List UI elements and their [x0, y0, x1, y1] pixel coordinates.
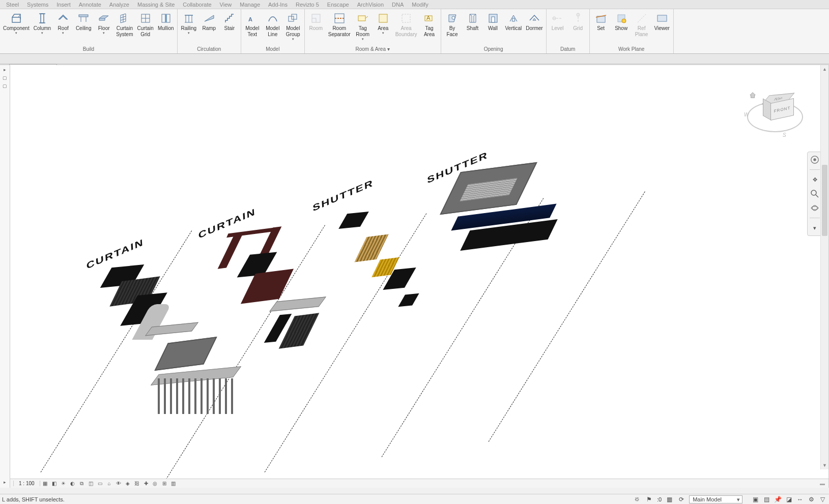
drag-elements-icon[interactable]: ↔	[795, 495, 805, 503]
curtain-system-button[interactable]: Curtain System	[114, 11, 135, 39]
menu-enscape[interactable]: Enscape	[323, 2, 353, 8]
detail-level-icon[interactable]: ▦	[41, 480, 49, 487]
menu-analyze[interactable]: Analyze	[105, 2, 133, 8]
3d-canvas[interactable]: CURTAIN CURTAIN SHUTTER SHUTTER	[10, 65, 828, 479]
svg-rect-1	[41, 14, 44, 23]
ceiling-button[interactable]: Ceiling	[73, 11, 94, 33]
highlight-disp-icon[interactable]: ◎	[151, 480, 159, 487]
vertical-scrollbar[interactable]: ▲ ▼	[820, 65, 828, 469]
workspace: ▸ ▢ ▢ ▸ CURTAIN CURTAIN SHUTTER SHUTTER	[0, 65, 829, 488]
column-icon	[36, 12, 48, 24]
analytical-icon[interactable]: ✚	[142, 480, 150, 487]
viewcube-cube[interactable]: TOP FRONT	[761, 93, 792, 123]
workset-icon[interactable]: ⛭	[633, 495, 642, 503]
menu-addins[interactable]: Add-Ins	[264, 2, 292, 8]
menu-manage[interactable]: Manage	[236, 2, 264, 8]
filter-icon[interactable]: ▽	[818, 495, 827, 503]
model-updates-icon[interactable]: ⟳	[677, 495, 686, 503]
ref-plane-icon	[636, 12, 648, 24]
model-text-button[interactable]: AModel Text	[242, 11, 263, 39]
menu-modify[interactable]: Modify	[408, 2, 432, 8]
zoom-icon[interactable]	[809, 188, 820, 199]
view-resize-grip[interactable]: ▬	[820, 481, 825, 486]
panel-handle-icon[interactable]: ▢	[3, 75, 7, 80]
set-button[interactable]: Set	[591, 11, 611, 33]
navbar-expand-icon[interactable]: ▾	[809, 222, 820, 233]
select-pinned-icon[interactable]: 📌	[773, 495, 782, 503]
model-group-button[interactable]: Model Group	[283, 11, 303, 42]
show-crop-icon[interactable]: ▭	[96, 480, 104, 487]
view-cube[interactable]: TOP FRONT W S	[747, 85, 808, 141]
select-underlay-icon[interactable]: ▤	[762, 495, 771, 503]
menu-dna[interactable]: DNA	[388, 2, 408, 8]
menu-insert[interactable]: Insert	[52, 2, 75, 8]
by-face-label: By Face	[446, 25, 458, 38]
clip-icon[interactable]: ▥	[169, 480, 178, 487]
temp-hide-icon[interactable]: 👁	[115, 480, 123, 487]
viewer-button[interactable]: Viewer	[652, 11, 672, 33]
dormer-button[interactable]: Dormer	[524, 11, 545, 33]
railing-button[interactable]: Railing	[179, 11, 199, 36]
pan-icon[interactable]: ✥	[809, 174, 820, 185]
editing-requests-icon[interactable]: ⚑	[645, 495, 654, 503]
model-line-button[interactable]: Model Line	[263, 11, 283, 39]
by-face-button[interactable]: By Face	[442, 11, 463, 39]
sun-path-icon[interactable]: ☀	[60, 480, 68, 487]
reveal-hidden-icon[interactable]: ◈	[124, 480, 132, 487]
background-processes-icon[interactable]: ⚙	[807, 495, 816, 503]
room-separator-button[interactable]: Room Separator	[326, 11, 353, 39]
menu-steel[interactable]: Steel	[2, 2, 23, 8]
menu-collaborate[interactable]: Collaborate	[179, 2, 215, 8]
menu-revizto[interactable]: Revizto 5	[292, 2, 323, 8]
orbit-icon[interactable]	[809, 202, 820, 214]
menu-archvision[interactable]: ArchVision	[353, 2, 388, 8]
roof-button[interactable]: Roof	[53, 11, 73, 36]
scroll-up-icon[interactable]: ▲	[821, 65, 828, 73]
railing-icon	[183, 12, 195, 24]
viewcube-home-icon[interactable]	[749, 92, 756, 99]
vertical-button[interactable]: Vertical	[503, 11, 524, 33]
scroll-thumb[interactable]	[822, 165, 827, 236]
select-by-face-icon[interactable]: ◪	[784, 495, 793, 503]
curtain-grid-button[interactable]: Curtain Grid	[135, 11, 156, 39]
shaft-button[interactable]: Shaft	[463, 11, 483, 33]
ref-plane-label: Ref Plane	[635, 25, 648, 38]
steering-wheel-icon[interactable]	[809, 154, 820, 165]
expand-bottom-icon[interactable]: ▸	[4, 480, 6, 485]
menu-massing[interactable]: Massing & Site	[133, 2, 179, 8]
wall-opening-button[interactable]: Wall	[483, 11, 503, 33]
drawing-area[interactable]: CURTAIN CURTAIN SHUTTER SHUTTER	[10, 65, 829, 488]
lock-3d-icon[interactable]: ⌂	[105, 480, 113, 487]
curtain-system-icon	[119, 12, 131, 24]
panel-handle-icon-2[interactable]: ▢	[3, 83, 7, 88]
column-button[interactable]: Column	[32, 11, 53, 36]
properties-palette-collapsed[interactable]: ▸ ▢ ▢ ▸	[0, 65, 10, 488]
menu-annotate[interactable]: Annotate	[75, 2, 105, 8]
tag-area-button[interactable]: ATag Area	[419, 11, 440, 39]
reveal-grids-icon[interactable]: ⊞	[160, 480, 168, 487]
floor-button[interactable]: Floor	[94, 11, 114, 36]
mullion-button[interactable]: Mullion	[156, 11, 176, 33]
select-links-icon[interactable]: ▣	[751, 495, 760, 503]
tag-room-button[interactable]: Tag Room	[353, 11, 373, 42]
expand-properties-icon[interactable]: ▸	[4, 67, 6, 72]
show-button[interactable]: Show	[611, 11, 632, 33]
set-label: Set	[597, 25, 605, 32]
render-dialog-icon[interactable]: ⧉	[78, 480, 86, 487]
visual-style-icon[interactable]: ◧	[50, 480, 59, 487]
ribbon-group-room-area-: RoomRoom SeparatorTag RoomAreaArea Bound…	[305, 9, 441, 53]
scroll-track[interactable]	[821, 73, 828, 461]
menu-systems[interactable]: Systems	[23, 2, 52, 8]
menu-view[interactable]: View	[216, 2, 236, 8]
active-workset-icon[interactable]: ▦	[665, 495, 674, 503]
stair-button[interactable]: Stair	[219, 11, 240, 33]
shadows-icon[interactable]: ◐	[69, 480, 77, 487]
component-button[interactable]: Component	[1, 11, 32, 36]
crop-view-icon[interactable]: ◫	[87, 480, 95, 487]
ramp-button[interactable]: Ramp	[199, 11, 219, 33]
view-scale[interactable]: 1 : 100	[13, 481, 40, 486]
constraints-icon[interactable]: ⛓	[133, 480, 141, 487]
active-workset-select[interactable]: Main Model	[689, 495, 742, 503]
scroll-down-icon[interactable]: ▼	[821, 461, 828, 469]
area-button[interactable]: Area	[373, 11, 393, 36]
